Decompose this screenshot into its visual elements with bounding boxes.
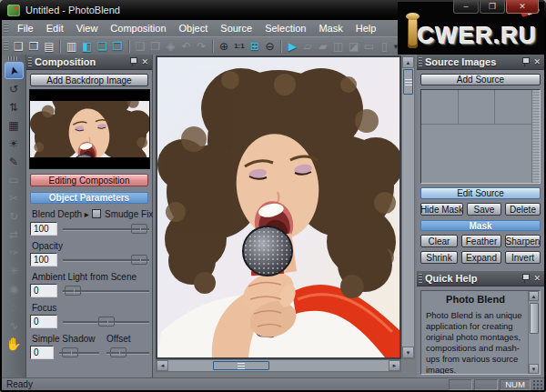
maximize-button[interactable]: ❐	[480, 0, 505, 14]
menu-object[interactable]: Object	[173, 23, 215, 34]
menu-edit[interactable]: Edit	[40, 23, 70, 34]
menu-view[interactable]: View	[70, 23, 105, 34]
source-panel-header[interactable]: Source Images ✕	[417, 55, 544, 70]
tool-hand[interactable]: ✋	[5, 335, 24, 352]
tool-swap[interactable]: ⇄	[5, 226, 24, 243]
actual-size-icon[interactable]: 1:1	[232, 39, 248, 54]
copy-object-icon[interactable]: ❏	[95, 39, 110, 54]
list-scroll-strip[interactable]	[531, 90, 540, 183]
slider-thumb[interactable]	[110, 347, 126, 357]
delete-button[interactable]: Delete	[505, 203, 541, 216]
menu-mask[interactable]: Mask	[312, 23, 349, 34]
slider-thumb[interactable]	[65, 286, 81, 296]
menu-composition[interactable]: Composition	[104, 23, 172, 34]
tool-lighting[interactable]: ☀	[5, 135, 24, 152]
panel-grip[interactable]	[28, 57, 32, 67]
slider-thumb[interactable]	[62, 347, 78, 357]
rotate-right-icon[interactable]: ▰	[316, 39, 331, 54]
composition-canvas[interactable]	[156, 55, 401, 359]
horizontal-scrollbar[interactable]: ◄ ►	[156, 359, 401, 372]
pin-icon[interactable]	[521, 273, 529, 283]
focus-input[interactable]	[30, 315, 57, 328]
export-image-icon[interactable]: ◧	[79, 39, 95, 54]
undo-icon[interactable]: ↶	[178, 39, 194, 54]
tool-rotate[interactable]: ↺	[5, 80, 24, 97]
menu-help[interactable]: Help	[349, 23, 383, 34]
scroll-down-icon[interactable]: ▼	[529, 364, 539, 374]
scroll-down-icon[interactable]: ▼	[402, 347, 414, 358]
tool-eraser[interactable]: ▭	[5, 171, 24, 188]
blend-depth-input[interactable]	[30, 222, 57, 236]
scroll-up-icon[interactable]: ▲	[402, 56, 414, 68]
tool-rotate-object[interactable]: ↻	[5, 207, 24, 225]
tool-cut[interactable]: ✂	[5, 189, 24, 206]
tool-select[interactable]: ➤	[5, 62, 24, 79]
save-file-icon[interactable]: ▤	[42, 39, 57, 54]
zoom-in-icon[interactable]: ⊕	[217, 39, 232, 54]
focus-slider[interactable]	[63, 316, 149, 327]
tool-brush[interactable]: ✎	[5, 153, 24, 170]
send-backward-icon[interactable]: ▭	[361, 39, 377, 54]
ambient-light-input[interactable]	[30, 284, 57, 297]
pin-icon[interactable]	[521, 56, 529, 66]
blend-mode-icon[interactable]: ◈	[163, 39, 178, 54]
menu-source[interactable]: Source	[214, 23, 258, 34]
tool-flip[interactable]: ⇅	[5, 98, 24, 116]
tool-pen[interactable]: ✑	[5, 244, 24, 261]
slider-thumb[interactable]	[98, 317, 115, 327]
close-button[interactable]: ✕	[506, 0, 539, 14]
zoom-fit-icon[interactable]: ⊞	[247, 39, 262, 54]
ambient-light-slider[interactable]	[63, 285, 149, 297]
vertical-scroll-thumb[interactable]	[403, 69, 413, 95]
smudge-fix-checkbox[interactable]	[92, 209, 101, 218]
toolstrip-grip[interactable]	[8, 56, 19, 61]
source-slot[interactable]	[495, 90, 531, 124]
source-slot[interactable]	[459, 90, 496, 124]
bring-forward-icon[interactable]: ▯	[377, 39, 392, 54]
scroll-left-icon[interactable]: ◄	[157, 360, 168, 371]
offset-slider[interactable]	[106, 347, 149, 358]
flip-vertical-icon[interactable]: ◪	[346, 39, 361, 54]
tool-clone[interactable]: ◌	[5, 298, 24, 316]
add-backdrop-button[interactable]: Add Backdrop Image	[30, 74, 148, 86]
save-button[interactable]: Save	[467, 203, 501, 216]
vertical-scrollbar[interactable]: ▲ ▼	[401, 55, 415, 359]
resize-grip[interactable]	[532, 379, 543, 390]
simple-shadow-input[interactable]	[30, 346, 54, 359]
blend-depth-expand-icon[interactable]: ▸	[85, 209, 89, 219]
clear-button[interactable]: Clear	[420, 235, 458, 247]
invert-button[interactable]: Invert	[505, 251, 541, 264]
composition-panel-header[interactable]: Composition ✕	[26, 55, 152, 70]
help-scrollbar[interactable]: ▲ ▼	[528, 291, 540, 374]
opacity-slider[interactable]	[63, 254, 149, 266]
menu-file[interactable]: File	[11, 23, 40, 34]
hide-mask-button[interactable]: Hide Mask	[420, 203, 463, 216]
paste-icon[interactable]: ❒	[147, 39, 163, 54]
add-source-button[interactable]: Add Source	[420, 74, 541, 85]
close-icon[interactable]: ✕	[533, 274, 541, 283]
tool-lasso[interactable]: ∿	[5, 317, 24, 334]
editing-composition-button[interactable]: Editing Composition	[30, 174, 148, 186]
slider-thumb[interactable]	[131, 255, 147, 265]
horizontal-scroll-thumb[interactable]	[213, 361, 269, 370]
quick-help-header[interactable]: Quick Help ✕	[417, 271, 544, 286]
scroll-up-icon[interactable]: ▲	[529, 291, 539, 301]
shrink-button[interactable]: Shrink	[420, 251, 458, 264]
menu-selection[interactable]: Selection	[258, 23, 312, 34]
slider-thumb[interactable]	[131, 224, 147, 234]
zoom-out-icon[interactable]: ⊖	[262, 39, 278, 54]
toolbar-grip[interactable]	[4, 41, 8, 52]
close-icon[interactable]: ✕	[533, 57, 541, 66]
open-file-icon[interactable]: ❒	[26, 39, 42, 54]
feather-button[interactable]: Feather	[461, 235, 501, 247]
menubar-grip[interactable]	[4, 23, 8, 34]
composition-thumbnail[interactable]	[29, 89, 150, 169]
opacity-input[interactable]	[30, 253, 57, 266]
preview-icon[interactable]: ▶	[285, 39, 300, 54]
blend-depth-slider[interactable]	[63, 223, 149, 235]
pin-icon[interactable]	[129, 56, 136, 66]
sharpen-button[interactable]: Sharpen	[505, 235, 541, 247]
scroll-right-icon[interactable]: ►	[389, 360, 400, 371]
help-scroll-thumb[interactable]	[530, 303, 539, 334]
minimize-button[interactable]: –	[453, 0, 479, 14]
